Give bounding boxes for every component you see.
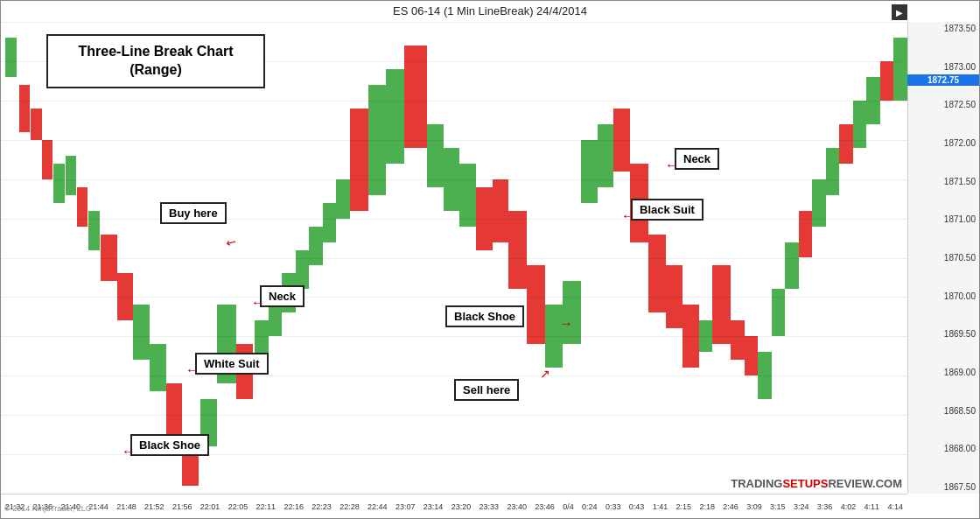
time-label: 0:24 — [582, 502, 598, 511]
neck-upper-label: Neck — [683, 152, 710, 165]
watermark: TRADINGSETUPSREVIEW.COM — [731, 477, 902, 490]
candle — [785, 242, 799, 290]
sell-here-box: Sell here — [454, 379, 519, 401]
watermark-setups: SETUPS — [782, 477, 828, 490]
time-label: 21:48 — [116, 502, 136, 511]
time-label: 22:44 — [368, 502, 388, 511]
grid-line — [1, 22, 907, 23]
time-label: 4:14 — [887, 502, 903, 511]
price-label: 1872.50 — [908, 100, 979, 109]
candle — [309, 227, 323, 266]
price-label: 1869.00 — [908, 368, 979, 377]
neck-upper-arrow: ← — [665, 158, 679, 173]
time-label: 22:11 — [256, 502, 276, 511]
candle — [563, 281, 581, 344]
black-shoe-lower-label: Black Shoe — [139, 438, 200, 452]
chart-title: ES 06-14 (1 Min LineBreak) 24/4/2014 — [393, 4, 587, 18]
candle — [42, 140, 52, 179]
candle — [745, 336, 759, 375]
price-label: 1869.50 — [908, 329, 979, 339]
candle — [133, 305, 150, 360]
black-suit-arrow: ← — [621, 208, 635, 224]
chart-area — [1, 22, 907, 494]
time-label: 22:01 — [200, 502, 220, 511]
candle — [53, 164, 64, 203]
grid-line — [1, 258, 907, 259]
candle — [731, 320, 745, 360]
watermark-review: REVIEW — [828, 477, 872, 490]
grid-line — [1, 415, 907, 416]
white-suit-box: White Suit — [195, 353, 269, 375]
time-axis: 21:3221:3621:4021:4421:4821:5221:5622:01… — [1, 494, 907, 518]
current-price-box: 1872.75 — [907, 74, 979, 86]
candle — [712, 265, 731, 344]
candle — [19, 85, 30, 132]
chart-container: ES 06-14 (1 Min LineBreak) 24/4/2014 187… — [0, 0, 980, 519]
time-label: 3:09 — [746, 502, 762, 511]
time-label: 22:23 — [312, 502, 332, 511]
time-label: 21:56 — [172, 502, 192, 511]
candle — [323, 203, 337, 242]
candle — [77, 187, 88, 227]
time-label: 1:41 — [653, 502, 668, 511]
candle — [350, 109, 368, 211]
candle — [5, 38, 16, 77]
sell-here-label: Sell here — [463, 383, 510, 396]
time-label: 2:46 — [723, 502, 738, 511]
time-label: 21:44 — [88, 502, 108, 511]
black-shoe-upper-arrow: → — [559, 316, 573, 332]
play-button[interactable] — [892, 4, 907, 20]
neck-lower-box: Neck — [260, 285, 304, 307]
current-price-label: 1872.75 — [928, 75, 959, 85]
black-shoe-upper-label: Black Shoe — [454, 310, 515, 323]
price-label: 1870.50 — [908, 253, 979, 263]
price-label: 1872.00 — [908, 138, 979, 148]
time-label: 4:02 — [841, 502, 857, 511]
price-label: 1867.50 — [908, 482, 979, 492]
copyright: © 2014 NinjaTrader, LLC — [4, 504, 91, 513]
copyright-text: © 2014 NinjaTrader, LLC — [4, 504, 91, 513]
time-label: 3:36 — [817, 502, 833, 511]
black-suit-label: Black Suit — [640, 203, 695, 216]
grid-line — [1, 297, 907, 298]
neck-lower-arrow: ← — [251, 295, 265, 311]
time-label: 3:24 — [794, 502, 809, 511]
title-line2: (Range) — [130, 62, 182, 77]
grid-line — [1, 219, 907, 220]
price-label: 1873.50 — [908, 24, 979, 33]
candle — [826, 148, 840, 195]
candle — [493, 179, 509, 242]
candle — [336, 179, 350, 219]
black-shoe-lower-box: Black Shoe — [130, 434, 209, 456]
price-label: 1873.00 — [908, 62, 979, 72]
sell-here-arrow: ↗ — [540, 367, 550, 381]
time-label: 23:40 — [507, 502, 527, 511]
price-label: 1871.50 — [908, 177, 979, 186]
price-label: 1870.00 — [908, 291, 979, 301]
white-suit-label: White Suit — [204, 357, 260, 370]
candle — [31, 109, 41, 140]
time-label: 21:52 — [144, 502, 164, 511]
price-label: 1868.50 — [908, 406, 979, 416]
time-label: 22:05 — [228, 502, 248, 511]
candle — [893, 38, 907, 101]
time-label: 22:16 — [284, 502, 304, 511]
time-label: 23:33 — [480, 502, 500, 511]
buy-here-label: Buy here — [169, 207, 218, 220]
time-label: 3:15 — [770, 502, 786, 511]
candle — [880, 61, 894, 101]
neck-upper-box: Neck — [675, 148, 719, 170]
black-shoe-lower-arrow: ← — [122, 444, 136, 459]
time-label: 0:33 — [606, 502, 621, 511]
time-label: 0/4 — [563, 502, 574, 511]
neck-lower-label: Neck — [269, 290, 296, 303]
candle — [527, 265, 545, 344]
candle — [427, 124, 444, 187]
price-label: 1871.00 — [908, 214, 979, 224]
title-annotation-box: Three-Line Break Chart (Range) — [46, 34, 265, 88]
time-label: 22:28 — [340, 502, 360, 511]
candle — [581, 140, 598, 203]
buy-here-box: Buy here — [160, 202, 227, 224]
grid-line — [1, 101, 907, 102]
candle — [598, 124, 614, 187]
